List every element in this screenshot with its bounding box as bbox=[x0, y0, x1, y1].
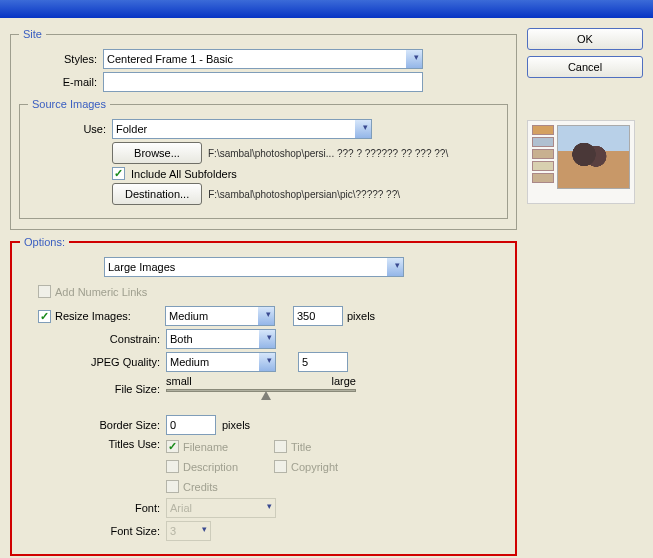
pixels-label-1: pixels bbox=[347, 310, 375, 322]
title-title-checkbox bbox=[274, 440, 287, 453]
fontsize-label: Font Size: bbox=[20, 525, 160, 537]
resize-checkbox[interactable] bbox=[38, 310, 51, 323]
source-legend: Source Images bbox=[28, 98, 110, 110]
title-credits-checkbox bbox=[166, 480, 179, 493]
font-label: Font: bbox=[20, 502, 160, 514]
ok-button[interactable]: OK bbox=[527, 28, 643, 50]
use-select[interactable]: Folder bbox=[112, 119, 372, 139]
styles-label: Styles: bbox=[19, 53, 97, 65]
add-numeric-checkbox bbox=[38, 285, 51, 298]
use-label: Use: bbox=[28, 123, 106, 135]
cancel-button[interactable]: Cancel bbox=[527, 56, 643, 78]
filesize-label: File Size: bbox=[20, 383, 160, 395]
jpeg-label: JPEG Quality: bbox=[20, 356, 160, 368]
filesize-slider[interactable]: small large bbox=[166, 375, 356, 403]
title-copyright-checkbox bbox=[274, 460, 287, 473]
jpeg-num-input[interactable] bbox=[298, 352, 348, 372]
titlebar bbox=[0, 0, 653, 18]
titles-label: Titles Use: bbox=[20, 438, 160, 450]
filesize-small: small bbox=[166, 375, 192, 387]
site-group: Site Styles: Centered Frame 1 - Basic E-… bbox=[10, 28, 517, 230]
resize-select[interactable]: Medium bbox=[165, 306, 275, 326]
include-subfolders-checkbox[interactable] bbox=[112, 167, 125, 180]
title-filename-checkbox bbox=[166, 440, 179, 453]
destination-path: F:\sambal\photoshop\persian\pic\????? ??… bbox=[208, 189, 400, 200]
email-input[interactable] bbox=[103, 72, 423, 92]
resize-pixels-input[interactable] bbox=[293, 306, 343, 326]
jpeg-select[interactable]: Medium bbox=[166, 352, 276, 372]
browse-button[interactable]: Browse... bbox=[112, 142, 202, 164]
preview-thumbnail bbox=[527, 120, 635, 204]
pixels-label-2: pixels bbox=[222, 419, 250, 431]
resize-label: Resize Images: bbox=[55, 310, 161, 322]
include-subfolders-label: Include All Subfolders bbox=[131, 168, 237, 180]
filesize-large: large bbox=[332, 375, 356, 387]
title-description-checkbox bbox=[166, 460, 179, 473]
destination-button[interactable]: Destination... bbox=[112, 183, 202, 205]
styles-select[interactable]: Centered Frame 1 - Basic bbox=[103, 49, 423, 69]
border-input[interactable] bbox=[166, 415, 216, 435]
constrain-select[interactable]: Both bbox=[166, 329, 276, 349]
border-label: Border Size: bbox=[20, 419, 160, 431]
site-legend: Site bbox=[19, 28, 46, 40]
email-label: E-mail: bbox=[19, 76, 97, 88]
options-section-select[interactable]: Large Images bbox=[104, 257, 404, 277]
font-select: Arial bbox=[166, 498, 276, 518]
browse-path: F:\sambal\photoshop\persi... ??? ? ?????… bbox=[208, 148, 448, 159]
source-group: Source Images Use: Folder Browse... F:\s… bbox=[19, 98, 508, 219]
options-group: Options: Large Images Add Numeric Links … bbox=[10, 236, 517, 556]
constrain-label: Constrain: bbox=[20, 333, 160, 345]
dialog-body: Site Styles: Centered Frame 1 - Basic E-… bbox=[0, 18, 653, 558]
options-legend: Options: bbox=[20, 236, 69, 248]
fontsize-select: 3 bbox=[166, 521, 211, 541]
add-numeric-label: Add Numeric Links bbox=[55, 286, 147, 298]
